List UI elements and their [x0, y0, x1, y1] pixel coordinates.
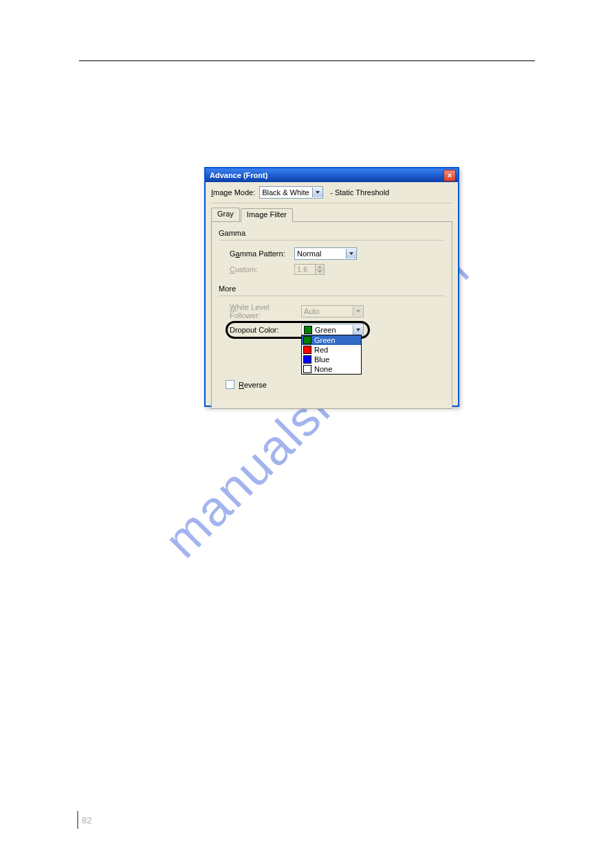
gamma-pattern-label-post: mma Pattern: [240, 249, 285, 258]
whitelevel-row: White Level Follower: Auto [230, 303, 445, 320]
gamma-pattern-dropdown[interactable]: Normal [294, 247, 357, 260]
dropout-option-label: None [314, 365, 332, 373]
page-top-rule [79, 60, 535, 61]
whitelevel-accel: W [230, 303, 237, 311]
dropout-color-value: Green [315, 326, 351, 334]
dropout-option-none[interactable]: None [302, 364, 361, 374]
image-mode-dropdown[interactable]: Black & White [259, 186, 323, 199]
more-group-line [219, 296, 445, 296]
tab-image-filter[interactable]: Image Filter [241, 208, 293, 222]
color-swatch-icon [303, 355, 311, 364]
image-mode-row: Image Mode: Black & White - Static Thres… [211, 186, 452, 199]
gamma-pattern-row: Gamma Pattern: Normal [230, 247, 445, 260]
tab-panel-gray: Gamma Gamma Pattern: Normal [211, 221, 452, 409]
dropout-option-label: Red [314, 346, 328, 354]
dropout-color-listbox[interactable]: GreenRedBlueNone [301, 335, 362, 375]
color-swatch-icon [304, 326, 312, 334]
dropout-option-label: Green [314, 336, 336, 344]
color-swatch-icon [303, 336, 311, 344]
chevron-down-icon [312, 188, 322, 197]
more-group-label: More [219, 285, 445, 293]
gamma-pattern-label-pre: G [230, 249, 236, 258]
tab-gray[interactable]: Gray [211, 208, 240, 221]
reverse-label: Reverse [239, 381, 267, 389]
chevron-down-icon [346, 249, 356, 258]
spinner-up-icon [316, 265, 324, 270]
reverse-checkbox[interactable]: Reverse [226, 380, 267, 389]
tabs: Gray Image Filter Gamma Gamma Pattern: N… [211, 208, 452, 409]
image-mode-value: Black & White [262, 188, 311, 197]
image-mode-label-rest: mage Mode: [213, 188, 255, 197]
spinner-down-icon [316, 270, 324, 275]
dialog-titlebar[interactable]: Advance (Front) × [206, 168, 458, 182]
page-number-bar [77, 811, 78, 829]
chevron-down-icon [353, 307, 363, 316]
divider [211, 203, 452, 203]
dropout-option-label: Blue [314, 355, 329, 364]
color-swatch-icon [303, 346, 311, 354]
dropout-option-blue[interactable]: Blue [302, 355, 361, 364]
more-group: White Level Follower: Auto Dropout Color… [219, 303, 445, 336]
checkbox-box-icon [226, 380, 234, 389]
reverse-accel: R [239, 381, 244, 389]
gamma-group-line [219, 240, 445, 241]
gamma-pattern-label: Gamma Pattern: [230, 249, 294, 258]
gamma-custom-label-rest: ustom: [235, 265, 258, 274]
close-button[interactable]: × [443, 170, 456, 181]
whitelevel-label: White Level Follower: [230, 303, 301, 320]
dialog-title: Advance (Front) [210, 171, 267, 179]
image-mode-label: Image Mode: [211, 188, 255, 197]
gamma-group: Gamma Pattern: Normal Custom: 1.6 [219, 247, 445, 275]
whitelevel-dropdown: Auto [301, 305, 364, 318]
gamma-custom-row: Custom: 1.6 [230, 264, 445, 275]
dropout-color-label: Dropout Color: [230, 326, 301, 334]
spinner-buttons [316, 264, 325, 275]
dropout-option-green[interactable]: Green [302, 335, 361, 345]
dialog-body: Image Mode: Black & White - Static Thres… [206, 182, 458, 413]
whitelevel-value: Auto [304, 307, 351, 315]
reverse-label-rest: everse [244, 381, 267, 389]
tabstrip: Gray Image Filter [211, 208, 452, 221]
advance-dialog: Advance (Front) × Image Mode: Black & Wh… [204, 167, 459, 407]
gamma-custom-spinner: 1.6 [294, 264, 325, 275]
gamma-custom-label: Custom: [230, 265, 294, 274]
gamma-custom-value: 1.6 [294, 264, 316, 275]
chevron-down-icon [353, 325, 363, 335]
close-icon: × [448, 172, 452, 179]
gamma-pattern-value: Normal [297, 249, 344, 258]
static-threshold-text: - Static Threshold [330, 188, 389, 197]
color-swatch-icon [303, 365, 311, 373]
page-number: 82 [82, 815, 91, 825]
dropout-option-red[interactable]: Red [302, 345, 361, 355]
gamma-group-label: Gamma [219, 229, 445, 237]
gamma-custom-accel: C [230, 265, 235, 274]
